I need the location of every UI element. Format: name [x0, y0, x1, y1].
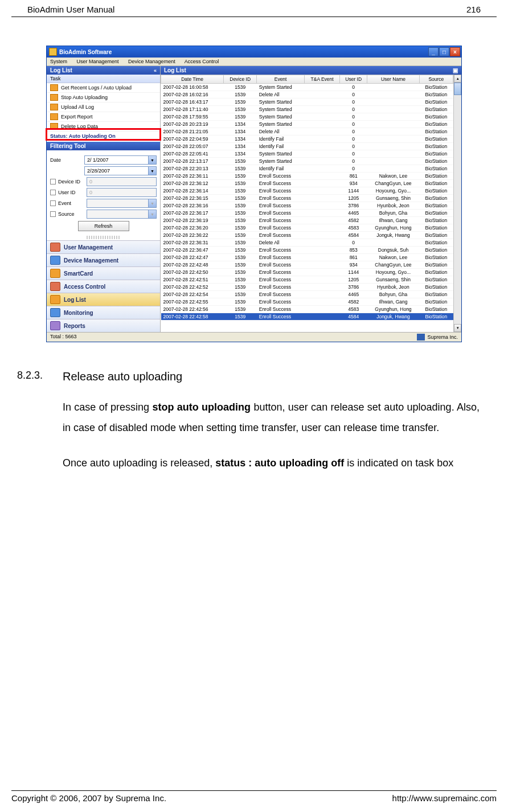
table-row[interactable]: 2007-02-28 22:36:141539Enroll Success114…: [161, 187, 453, 195]
task-icon: [50, 84, 58, 91]
collapse-icon[interactable]: «: [154, 68, 157, 73]
maximize-button[interactable]: □: [439, 47, 449, 56]
vertical-scrollbar[interactable]: ▴ ▾: [453, 75, 461, 332]
table-cell: BioStation: [419, 202, 453, 210]
table-row[interactable]: 2007-02-28 22:42:521539Enroll Success378…: [161, 284, 453, 291]
minimize-button[interactable]: _: [428, 47, 439, 56]
menu-system[interactable]: System: [50, 59, 67, 64]
table-row[interactable]: 2007-02-28 16:02:161539Delete All0BioSta…: [161, 91, 453, 99]
table-cell: Hoyoung, Gyo...: [367, 187, 420, 195]
task-get-recent-logs[interactable]: Get Recent Logs / Auto Upload: [47, 83, 160, 93]
checkbox-event[interactable]: [50, 200, 56, 206]
nav-access-control[interactable]: Access Control: [47, 280, 160, 293]
column-header[interactable]: Device ID: [224, 75, 257, 84]
table-row[interactable]: 2007-02-28 22:42:541539Enroll Success446…: [161, 291, 453, 298]
column-header[interactable]: Source: [419, 75, 453, 84]
dropdown-icon[interactable]: ▼: [148, 167, 156, 175]
filter-user-input[interactable]: 0: [87, 188, 157, 197]
table-row[interactable]: 2007-02-28 22:42:581539Enroll Success458…: [161, 313, 453, 321]
table-row[interactable]: 2007-02-28 22:42:551539Enroll Success458…: [161, 298, 453, 306]
table-row[interactable]: 2007-02-28 22:42:561539Enroll Success458…: [161, 306, 453, 313]
table-cell: 1539: [224, 99, 257, 106]
column-header[interactable]: Date Time: [161, 75, 224, 84]
scroll-down-button[interactable]: ▾: [454, 324, 461, 332]
title-bar[interactable]: BioAdmin Software _ □ ×: [47, 46, 461, 58]
table-row[interactable]: 2007-02-28 22:42:501539Enroll Success114…: [161, 269, 453, 276]
nav-device-management[interactable]: Device Management: [47, 253, 160, 266]
nav-smartcard[interactable]: SmartCard: [47, 266, 160, 280]
table-row[interactable]: 2007-02-28 22:05:411334System Started0Bi…: [161, 150, 453, 158]
nav-monitoring[interactable]: Monitoring: [47, 306, 160, 319]
column-header[interactable]: User Name: [367, 75, 420, 84]
table-row[interactable]: 2007-02-28 22:20:131539Identify Fail0Bio…: [161, 165, 453, 173]
scroll-track[interactable]: [454, 83, 461, 324]
menu-access-control[interactable]: Access Control: [185, 59, 219, 64]
close-button[interactable]: ×: [450, 47, 460, 56]
table-row[interactable]: 2007-02-28 16:43:171539System Started0Bi…: [161, 99, 453, 106]
table-row[interactable]: 2007-02-28 22:42:511539Enroll Success120…: [161, 276, 453, 284]
column-header[interactable]: Event: [257, 75, 305, 84]
table-cell: BioStation: [419, 113, 453, 121]
menu-user-management[interactable]: User Management: [77, 59, 119, 64]
table-row[interactable]: 2007-02-28 17:11:401539System Started0Bi…: [161, 106, 453, 113]
nav-user-management[interactable]: User Management: [47, 240, 160, 253]
column-header[interactable]: User ID: [340, 75, 367, 84]
table-cell: [367, 106, 420, 113]
table-cell: 934: [340, 180, 367, 187]
table-cell: 2007-02-28 22:42:54: [161, 291, 224, 298]
table-row[interactable]: 2007-02-28 21:21:051334Delete All0BioSta…: [161, 128, 453, 136]
footer-copyright: Copyright © 2006, 2007 by Suprema Inc.: [11, 793, 166, 803]
task-delete-log-data[interactable]: Delete Log Data: [47, 122, 160, 132]
nav-reports[interactable]: Reports: [47, 319, 160, 332]
menu-device-management[interactable]: Device Management: [128, 59, 175, 64]
table-row[interactable]: 2007-02-28 22:36:121539Enroll Success934…: [161, 180, 453, 187]
table-row[interactable]: 2007-02-28 22:36:161539Enroll Success378…: [161, 202, 453, 210]
checkbox-device-id[interactable]: [50, 179, 56, 184]
table-cell: Enroll Success: [257, 173, 305, 180]
dropdown-icon[interactable]: ▼: [148, 156, 156, 164]
table-cell: 0: [340, 143, 367, 150]
refresh-button[interactable]: Refresh: [78, 221, 129, 231]
table-cell: 4583: [340, 306, 367, 313]
filter-source-input[interactable]: ▼: [87, 210, 157, 219]
checkbox-user-id[interactable]: [50, 190, 56, 195]
table-cell: Delete All: [257, 239, 305, 247]
table-row[interactable]: 2007-02-28 22:36:201539Enroll Success458…: [161, 224, 453, 232]
task-label: Upload All Log: [61, 104, 94, 110]
table-row[interactable]: 2007-02-28 17:59:551539System Started0Bi…: [161, 113, 453, 121]
nav-log-list[interactable]: Log List: [47, 293, 160, 306]
table-row[interactable]: 2007-02-28 22:05:071334Identify Fail0Bio…: [161, 143, 453, 150]
table-row[interactable]: 2007-02-28 22:36:471539Enroll Success853…: [161, 247, 453, 254]
filter-date-to[interactable]: 2/28/2007▼: [84, 166, 157, 175]
table-row[interactable]: 2007-02-28 22:36:191539Enroll Success458…: [161, 217, 453, 224]
scroll-thumb[interactable]: [454, 83, 461, 95]
table-cell: BioStation: [419, 276, 453, 284]
filter-date-from[interactable]: 2/ 1/2007▼: [84, 155, 157, 165]
task-stop-auto-uploading[interactable]: Stop Auto Uploading: [47, 93, 160, 102]
checkbox-source[interactable]: [50, 211, 56, 217]
table-row[interactable]: 2007-02-28 16:00:581539System Started0Bi…: [161, 84, 453, 91]
table-row[interactable]: 2007-02-28 22:36:151539Enroll Success120…: [161, 195, 453, 202]
resize-grip[interactable]: [87, 236, 120, 239]
table-row[interactable]: 2007-02-28 22:36:221539Enroll Success458…: [161, 232, 453, 239]
filter-device-input[interactable]: 0: [87, 177, 157, 186]
task-upload-all-log[interactable]: Upload All Log: [47, 102, 160, 112]
table-row[interactable]: 2007-02-28 22:42:481539Enroll Success934…: [161, 261, 453, 269]
table-cell: 1539: [224, 217, 257, 224]
table-cell: [304, 136, 339, 143]
filter-event-input[interactable]: ▼: [87, 199, 157, 208]
table-row[interactable]: 2007-02-28 22:04:591334Identify Fail0Bio…: [161, 136, 453, 143]
dropdown-icon[interactable]: ▼: [148, 199, 156, 207]
table-row[interactable]: 2007-02-28 22:36:111539Enroll Success861…: [161, 173, 453, 180]
table-row[interactable]: 2007-02-28 22:13:171539System Started0Bi…: [161, 158, 453, 165]
scroll-up-button[interactable]: ▴: [454, 75, 461, 83]
table-row[interactable]: 2007-02-28 22:42:471539Enroll Success861…: [161, 254, 453, 261]
table-row[interactable]: 2007-02-28 22:36:171539Enroll Success446…: [161, 210, 453, 217]
table-row[interactable]: 2007-02-28 20:23:191334System Started0Bi…: [161, 121, 453, 128]
dropdown-icon[interactable]: ▼: [148, 210, 156, 218]
panel-action-icon[interactable]: ▣: [453, 67, 458, 73]
table-row[interactable]: 2007-02-28 22:36:311539Delete All0BioSta…: [161, 239, 453, 247]
table-cell: [304, 99, 339, 106]
column-header[interactable]: T&A Event: [304, 75, 339, 84]
task-export-report[interactable]: Export Report: [47, 112, 160, 122]
